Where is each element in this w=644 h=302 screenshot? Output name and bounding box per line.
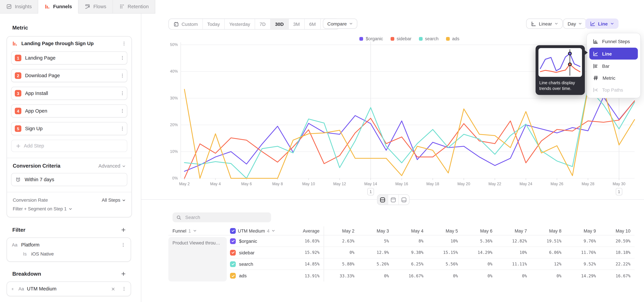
table-cell: 0% <box>428 270 462 282</box>
column-header[interactable]: May 9 <box>566 226 600 236</box>
series-checkbox[interactable] <box>230 261 236 267</box>
table-cell: 14.85% <box>290 258 324 270</box>
table-cell: 5% <box>358 236 393 247</box>
column-header[interactable]: Average <box>290 226 324 236</box>
step-label: Landing Page <box>25 55 55 61</box>
select-all-checkbox[interactable] <box>230 228 236 234</box>
filter-property-label[interactable]: Platform <box>21 242 40 248</box>
filter-section-label: Filter <box>12 227 25 233</box>
menu-item-funnel-steps[interactable]: Funnel Steps <box>589 36 638 47</box>
split-view-button[interactable] <box>378 195 388 205</box>
breakdown-section-label: Breakdown <box>12 271 41 277</box>
insights-icon <box>6 4 12 10</box>
table-cell: 13.91% <box>290 270 324 282</box>
menu-item-label: Top Paths <box>602 87 623 92</box>
column-header[interactable]: May 7 <box>496 226 531 236</box>
property-type-badge: Aa <box>18 286 24 291</box>
svg-text:May 12: May 12 <box>333 182 346 186</box>
table-cell: 12% <box>531 258 566 270</box>
funnel-step[interactable]: 4App Open <box>11 104 127 118</box>
chart-view-button[interactable] <box>388 195 399 205</box>
column-header[interactable]: May 8 <box>531 226 566 236</box>
table-cell: 9.38% <box>393 247 428 258</box>
funnel-group-cell[interactable]: Product Viewed through P... <box>168 237 227 281</box>
step-number-badge: 2 <box>15 72 21 79</box>
chart-type-menu: Funnel StepsLineBarMetricTop Paths <box>586 33 641 98</box>
table-cell: 33.33% <box>324 270 358 282</box>
kebab-icon[interactable] <box>120 108 125 114</box>
plus-icon <box>16 143 21 148</box>
menu-item-bar[interactable]: Bar <box>589 60 638 72</box>
all-steps-dropdown[interactable]: All Steps <box>102 198 126 202</box>
table-cell: 18.18% <box>600 247 634 258</box>
kebab-icon[interactable] <box>120 56 125 60</box>
column-header[interactable]: May 6 <box>462 226 496 236</box>
search-input[interactable] <box>184 214 268 220</box>
menu-item-label: Line <box>602 51 612 56</box>
conversion-rate-label: Conversion Rate <box>13 198 48 202</box>
add-step-button[interactable]: Add Step <box>11 140 127 152</box>
retention-icon <box>119 4 125 10</box>
menu-item-label: Funnel Steps <box>602 39 630 44</box>
step-label: App Install <box>25 90 48 96</box>
breakdown-property-label[interactable]: UTM Medium <box>27 286 56 292</box>
kebab-icon[interactable] <box>120 91 125 96</box>
tab-retention[interactable]: Retention <box>113 0 155 14</box>
step-number-badge: 4 <box>15 108 21 114</box>
add-step-label: Add Step <box>24 143 44 149</box>
funnel-step[interactable]: 5Sign Up <box>11 122 127 135</box>
kebab-icon[interactable] <box>122 286 126 291</box>
line-chart-icon <box>593 51 598 56</box>
filter-operator[interactable]: Is <box>23 252 27 256</box>
tab-label: Flows <box>94 4 106 10</box>
kebab-icon[interactable] <box>120 126 125 131</box>
add-filter-button[interactable] <box>121 227 126 232</box>
conversion-window[interactable]: Within 7 days <box>11 173 127 186</box>
clock-icon <box>15 177 21 182</box>
column-header[interactable]: May 5 <box>428 226 462 236</box>
funnel-column-header[interactable]: Funnel 1 <box>168 226 230 236</box>
add-breakdown-button[interactable] <box>121 271 126 276</box>
kebab-icon[interactable] <box>120 73 125 78</box>
metric-section-label: Metric <box>12 25 28 31</box>
table-cell: 10% <box>496 247 531 258</box>
column-header[interactable]: May 10 <box>600 226 634 236</box>
chart-type-tooltip: " Line charts display trends over time. <box>536 45 585 95</box>
menu-item-line[interactable]: Line <box>589 48 638 60</box>
step-number-badge: 3 <box>15 90 21 96</box>
metric-icon <box>593 75 599 81</box>
drag-handle-icon[interactable] <box>11 286 16 291</box>
tab-insights[interactable]: Insights <box>0 0 38 14</box>
menu-item-metric[interactable]: Metric <box>589 72 638 84</box>
table-row-label: sidebar <box>230 247 290 258</box>
query-sidebar: Metric Landing Page through Sign Up 1Lan… <box>0 14 141 302</box>
kebab-icon[interactable] <box>121 242 126 247</box>
svg-text:May 16: May 16 <box>395 182 408 186</box>
series-checkbox[interactable] <box>230 250 236 255</box>
table-cell: 6.06% <box>531 247 566 258</box>
kebab-icon[interactable] <box>122 41 126 46</box>
column-header[interactable]: May 3 <box>358 226 393 236</box>
funnel-step[interactable]: 3App Install <box>11 87 127 100</box>
funnel-step[interactable]: 1Landing Page <box>11 51 127 64</box>
table-view-button[interactable] <box>399 195 409 205</box>
tab-label: Insights <box>15 4 32 10</box>
table-cell: 12.82% <box>496 236 531 247</box>
filter-segment-dropdown[interactable]: Filter + Segment on Step 1 <box>7 202 132 217</box>
metric-card-header[interactable]: Landing Page through Sign Up <box>7 36 132 50</box>
series-checkbox[interactable] <box>230 273 236 278</box>
svg-text:May 6: May 6 <box>241 182 252 186</box>
breakdown-column-header[interactable]: UTM Medium 4 <box>230 226 290 236</box>
step-label: Sign Up <box>25 126 42 131</box>
filter-value[interactable]: iOS Native <box>31 252 54 256</box>
tab-funnels[interactable]: Funnels <box>38 0 79 14</box>
tooltip-text: Line charts display trends over time. <box>538 77 582 92</box>
tab-flows[interactable]: Flows <box>79 0 113 14</box>
column-header[interactable]: May 4 <box>393 226 428 236</box>
column-header[interactable]: May 2 <box>324 226 358 236</box>
advanced-dropdown[interactable]: Advanced <box>98 163 126 169</box>
funnel-step[interactable]: 2Download Page <box>11 69 127 82</box>
series-checkbox[interactable] <box>230 238 236 244</box>
close-icon[interactable] <box>111 286 116 291</box>
svg-text:May 26: May 26 <box>550 182 563 186</box>
